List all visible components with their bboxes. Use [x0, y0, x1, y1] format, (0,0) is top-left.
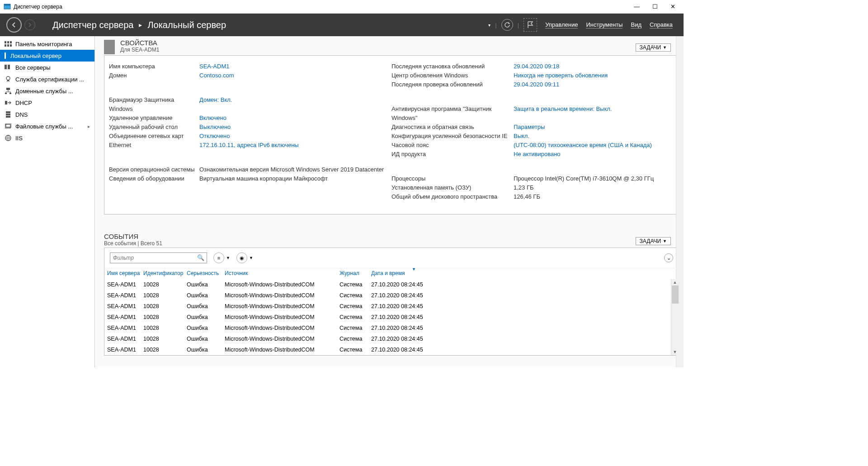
titlebar: Диспетчер сервера — ☐ ✕: [0, 0, 684, 14]
event-row[interactable]: SEA-ADM110028ОшибкаMicrosoft-Windows-Dis…: [104, 290, 679, 301]
event-cell: Ошибка: [187, 280, 225, 289]
sidebar-item-domain-services[interactable]: Доменные службы ...: [0, 85, 94, 97]
minimize-button[interactable]: —: [634, 3, 640, 10]
properties-tasks-button[interactable]: ЗАДАЧИ ▼: [636, 43, 671, 52]
menu-view[interactable]: Вид: [631, 21, 642, 29]
dns-icon: [5, 111, 12, 118]
event-row[interactable]: SEA-ADM110028ОшибкаMicrosoft-Windows-Dis…: [104, 344, 679, 355]
event-row[interactable]: SEA-ADM110028ОшибкаMicrosoft-Windows-Dis…: [104, 312, 679, 323]
event-row[interactable]: SEA-ADM110028ОшибкаMicrosoft-Windows-Dis…: [104, 279, 679, 290]
event-row[interactable]: SEA-ADM110028ОшибкаMicrosoft-Windows-Dis…: [104, 301, 679, 312]
event-cell: Ошибка: [187, 302, 225, 311]
event-cell: Система: [340, 334, 371, 343]
event-row[interactable]: SEA-ADM110028ОшибкаMicrosoft-Windows-Dis…: [104, 323, 679, 333]
sidebar-item-dhcp[interactable]: DHCP: [0, 97, 94, 109]
event-cell: Ошибка: [187, 313, 225, 322]
property-value[interactable]: Выкл.: [514, 132, 529, 141]
property-value[interactable]: Отключено: [199, 132, 230, 141]
property-value[interactable]: Параметры: [514, 123, 545, 132]
property-value[interactable]: 172.16.10.11, адреса IPv6 включены: [199, 141, 299, 150]
event-cell: 27.10.2020 08:24:45: [371, 334, 434, 343]
property-value[interactable]: 29.04.2020 09:18: [514, 62, 559, 71]
event-cell: 10028: [143, 313, 187, 322]
sidebar-item-dashboard[interactable]: Панель мониторинга: [0, 38, 94, 50]
dashboard-icon: [5, 41, 12, 47]
property-row: Часовой пояс(UTC-08:00) тихоокеанское вр…: [392, 141, 674, 150]
col-severity[interactable]: Серьезность: [187, 270, 225, 276]
property-value[interactable]: Не активировано: [514, 150, 561, 159]
scroll-thumb[interactable]: [672, 285, 679, 304]
property-row: Общий объем дискового пространства126,46…: [392, 192, 674, 201]
col-date-time[interactable]: Дата и время: [371, 270, 434, 276]
events-tasks-button[interactable]: ЗАДАЧИ ▼: [636, 237, 671, 245]
event-cell: Ошибка: [187, 334, 225, 343]
menu-manage[interactable]: Управление: [545, 21, 578, 29]
menu-tools[interactable]: Инструменты: [586, 21, 623, 29]
property-label: Установленная память (ОЗУ): [392, 183, 514, 192]
property-label: Удаленное управление: [109, 114, 199, 123]
property-value[interactable]: Contoso.com: [199, 71, 234, 80]
property-value[interactable]: Включено: [199, 114, 226, 123]
close-button[interactable]: ✕: [670, 3, 675, 10]
property-row: Брандмауэр Защитника WindowsДомен: Вкл.: [109, 95, 392, 114]
sidebar-label: DHCP: [15, 100, 32, 106]
servers-icon: [5, 64, 12, 71]
event-cell: Microsoft-Windows-DistributedCOM: [225, 334, 340, 343]
property-value[interactable]: Никогда не проверять обновления: [514, 71, 608, 80]
menu-help[interactable]: Справка: [650, 21, 673, 29]
event-row[interactable]: SEA-ADM110028ОшибкаMicrosoft-Windows-Dis…: [104, 333, 679, 344]
notifications-button[interactable]: [524, 18, 537, 32]
event-cell: 27.10.2020 08:24:45: [371, 302, 434, 311]
property-value[interactable]: SEA-ADM1: [199, 62, 229, 71]
event-cell: Microsoft-Windows-DistributedCOM: [225, 313, 340, 322]
search-icon[interactable]: 🔍: [197, 254, 204, 261]
events-filter-input[interactable]: [110, 252, 207, 263]
chevron-down-icon[interactable]: ▼: [249, 256, 253, 260]
dropdown-chevron-icon[interactable]: ▾: [488, 23, 491, 28]
event-cell: Система: [340, 323, 371, 333]
property-label: Общий объем дискового пространства: [392, 192, 514, 201]
sidebar-item-all-servers[interactable]: Все серверы: [0, 62, 94, 73]
nav-forward-button[interactable]: [24, 19, 35, 30]
events-scrollbar[interactable]: ▲ ▼: [671, 279, 679, 355]
property-value[interactable]: Домен: Вкл.: [199, 95, 232, 114]
property-label: Антивирусная программа "Защитник Windows…: [392, 105, 514, 123]
property-label: Последняя установка обновлений: [392, 62, 514, 71]
event-cell: Ошибка: [187, 323, 225, 333]
sidebar-item-dns[interactable]: DNS: [0, 109, 94, 120]
events-save-button[interactable]: ◉: [236, 252, 247, 263]
property-label: Конфигурация усиленной безопасности IE: [392, 132, 514, 141]
events-expand-button[interactable]: ⌄: [664, 253, 673, 262]
property-label: Диагностика и обратная связь: [392, 123, 514, 132]
property-row: Конфигурация усиленной безопасности IEВы…: [392, 132, 674, 141]
svg-rect-16: [6, 114, 10, 115]
events-view-options-button[interactable]: ≡: [213, 252, 224, 263]
sidebar-item-cert-services[interactable]: Служба сертификации ...: [0, 73, 94, 85]
refresh-button[interactable]: [501, 19, 513, 31]
chevron-down-icon[interactable]: ▼: [226, 256, 230, 260]
sort-indicator-icon: ▼: [412, 267, 416, 271]
col-server-name[interactable]: Имя сервера: [107, 270, 143, 276]
breadcrumb-root[interactable]: Диспетчер сервера: [52, 20, 133, 30]
sidebar-item-local-server[interactable]: Локальный сервер: [0, 50, 94, 62]
col-event-id[interactable]: Идентификатор: [143, 270, 187, 276]
property-value: Ознакомительная версия Microsoft Windows…: [199, 165, 384, 174]
chevron-down-icon: ▼: [663, 239, 667, 243]
col-log[interactable]: Журнал: [340, 270, 371, 276]
svg-rect-9: [8, 65, 10, 69]
files-icon: [5, 123, 12, 129]
property-value[interactable]: Выключено: [199, 123, 231, 132]
sidebar-label: Служба сертификации ...: [15, 76, 84, 83]
sidebar-item-iis[interactable]: IIS: [0, 132, 94, 144]
maximize-button[interactable]: ☐: [652, 3, 658, 10]
svg-rect-13: [9, 93, 11, 94]
sidebar-item-file-services[interactable]: Файловые службы ... ▸: [0, 120, 94, 132]
col-source[interactable]: Источник: [225, 270, 340, 276]
property-value[interactable]: (UTC-08:00) тихоокеанское время (США и К…: [514, 141, 652, 150]
nav-back-button[interactable]: [6, 17, 22, 33]
scroll-down-icon[interactable]: ▼: [673, 350, 677, 354]
scroll-up-icon[interactable]: ▲: [673, 280, 677, 285]
property-value[interactable]: 29.04.2020 09:11: [514, 80, 559, 89]
property-label: Ethernet: [109, 141, 199, 150]
property-value[interactable]: Защита в реальном времени: Выкл.: [514, 105, 612, 123]
